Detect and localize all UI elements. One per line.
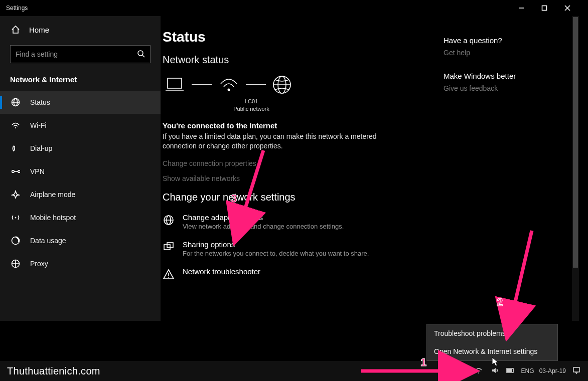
give-feedback-link[interactable]: Give us feedback — [444, 84, 559, 92]
hotspot-icon — [11, 213, 20, 222]
tray-wifi-icon[interactable] — [473, 366, 484, 376]
svg-rect-18 — [168, 78, 182, 88]
dialup-icon — [11, 144, 20, 153]
svg-point-11 — [18, 170, 20, 173]
svg-point-19 — [228, 89, 230, 91]
airplane-icon — [11, 190, 20, 199]
internet-globe-icon — [272, 75, 292, 95]
right-pane: Have a question? Get help Make Windows b… — [444, 36, 559, 107]
svg-rect-33 — [507, 369, 512, 372]
tray-battery-icon[interactable] — [505, 367, 516, 375]
connection-label: LC01 Public network — [199, 98, 304, 113]
window-title: Settings — [6, 5, 28, 12]
maximize-button[interactable] — [533, 0, 556, 16]
scrollbar-thumb[interactable] — [573, 17, 578, 268]
option-change-adapter[interactable]: Change adapter options View network adap… — [163, 213, 423, 230]
scrollbar[interactable] — [572, 16, 579, 321]
connection-line — [192, 84, 212, 85]
adapter-icon — [163, 213, 175, 230]
menu-item-troubleshoot[interactable]: Troubleshoot problems — [427, 324, 557, 342]
option-desc: View network adapters and change connect… — [183, 223, 344, 230]
sidebar-item-label: Airplane mode — [30, 190, 75, 199]
option-title: Sharing options — [183, 240, 369, 249]
annotation-number-2: 2 — [497, 296, 503, 309]
globe-icon — [11, 98, 20, 107]
home-label: Home — [29, 26, 49, 34]
page-title: Status — [163, 29, 423, 45]
sidebar-item-label: Data usage — [30, 237, 66, 245]
svg-rect-1 — [542, 6, 547, 11]
sidebar-item-label: Proxy — [30, 260, 48, 268]
option-sharing[interactable]: Sharing options For the networks you con… — [163, 240, 423, 257]
home-icon — [11, 25, 20, 34]
network-diagram — [164, 75, 423, 95]
data-usage-icon — [11, 236, 20, 245]
mouse-cursor-icon — [492, 357, 501, 366]
tray-notifications-icon[interactable] — [571, 366, 582, 376]
troubleshoot-icon — [163, 267, 175, 284]
svg-point-10 — [12, 170, 15, 173]
watermark: Thuthuattienich.com — [7, 365, 100, 377]
sharing-icon — [163, 240, 175, 257]
make-windows-better-heading: Make Windows better — [444, 72, 559, 80]
sidebar-item-datausage[interactable]: Data usage — [0, 229, 161, 252]
change-network-settings-heading: Change your network settings — [163, 192, 423, 203]
laptop-icon — [164, 76, 186, 93]
svg-point-29 — [168, 277, 169, 278]
proxy-icon — [11, 259, 20, 268]
tray-chevron-icon[interactable] — [457, 367, 468, 375]
have-question-heading: Have a question? — [444, 36, 559, 45]
sidebar-item-label: Mobile hotspot — [30, 214, 76, 222]
sidebar-item-hotspot[interactable]: Mobile hotspot — [0, 206, 161, 229]
sidebar-item-label: VPN — [30, 167, 45, 175]
vpn-icon — [11, 168, 20, 175]
search-placeholder: Find a setting — [16, 50, 58, 58]
sidebar-item-dialup[interactable]: Dial-up — [0, 137, 161, 160]
tray-date[interactable]: 03-Apr-19 — [539, 367, 566, 374]
option-title: Network troubleshooter — [183, 267, 286, 276]
sidebar-item-airplane[interactable]: Airplane mode — [0, 183, 161, 206]
connection-name: LC01 — [199, 98, 304, 105]
connection-line — [246, 84, 266, 85]
annotation-number-1: 1 — [420, 356, 426, 369]
sidebar-item-label: Status — [30, 98, 50, 106]
option-troubleshooter[interactable]: Network troubleshooter Diagnose and fix … — [163, 267, 423, 284]
svg-rect-34 — [573, 367, 579, 372]
tray-language[interactable]: ENG — [521, 367, 534, 374]
window-controls — [510, 0, 579, 16]
close-button[interactable] — [556, 0, 579, 16]
svg-line-5 — [142, 55, 144, 57]
sidebar-item-label: Dial-up — [30, 144, 52, 152]
home-link[interactable]: Home — [0, 18, 161, 41]
settings-window: Settings Home Find a setting Network & I… — [0, 0, 579, 321]
connected-heading: You're connected to the Internet — [163, 121, 423, 130]
section-network-status: Network status — [163, 54, 423, 66]
change-connection-properties-link[interactable]: Change connection properties — [163, 159, 423, 167]
svg-rect-32 — [513, 369, 514, 371]
svg-point-4 — [138, 51, 143, 56]
titlebar[interactable]: Settings — [0, 0, 579, 16]
sidebar-item-label: Wi-Fi — [30, 121, 47, 129]
sidebar-item-wifi[interactable]: Wi-Fi — [0, 114, 161, 137]
search-input[interactable]: Find a setting — [10, 45, 151, 63]
svg-point-30 — [478, 372, 479, 373]
svg-point-9 — [15, 127, 16, 128]
tray-volume-icon[interactable] — [489, 366, 500, 376]
option-title: Change adapter options — [183, 213, 344, 222]
sidebar-item-status[interactable]: Status — [0, 91, 161, 114]
search-icon — [137, 50, 145, 59]
connection-type: Public network — [199, 105, 304, 113]
category-heading: Network & Internet — [0, 70, 161, 91]
option-desc: For the networks you connect to, decide … — [183, 250, 369, 257]
sidebar-nav: Status Wi-Fi Dial-up VPN Airplane mode — [0, 91, 161, 275]
connected-description: If you have a limited data plan, you can… — [163, 132, 378, 151]
sidebar-item-proxy[interactable]: Proxy — [0, 252, 161, 275]
wifi-router-icon — [218, 75, 240, 95]
annotation-number-3: 3 — [231, 192, 237, 205]
minimize-button[interactable] — [510, 0, 533, 16]
get-help-link[interactable]: Get help — [444, 49, 559, 57]
show-available-networks-link[interactable]: Show available networks — [163, 174, 423, 182]
sidebar-item-vpn[interactable]: VPN — [0, 160, 161, 183]
network-context-menu: Troubleshoot problems Open Network & Int… — [426, 324, 558, 361]
svg-point-13 — [15, 217, 17, 219]
